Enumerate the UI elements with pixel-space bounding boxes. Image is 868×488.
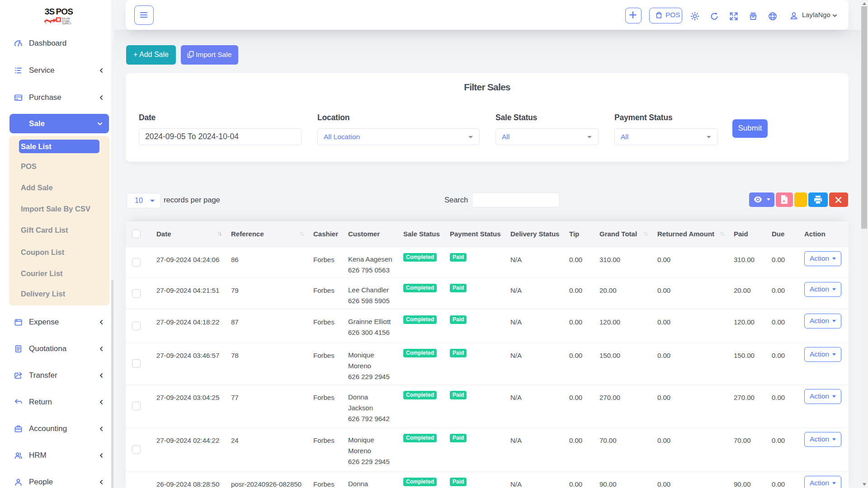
svg-text:STORE: STORE	[62, 20, 70, 23]
svg-text:SALON: SALON	[62, 18, 70, 20]
svg-text:SUPPLY: SUPPLY	[62, 23, 72, 25]
